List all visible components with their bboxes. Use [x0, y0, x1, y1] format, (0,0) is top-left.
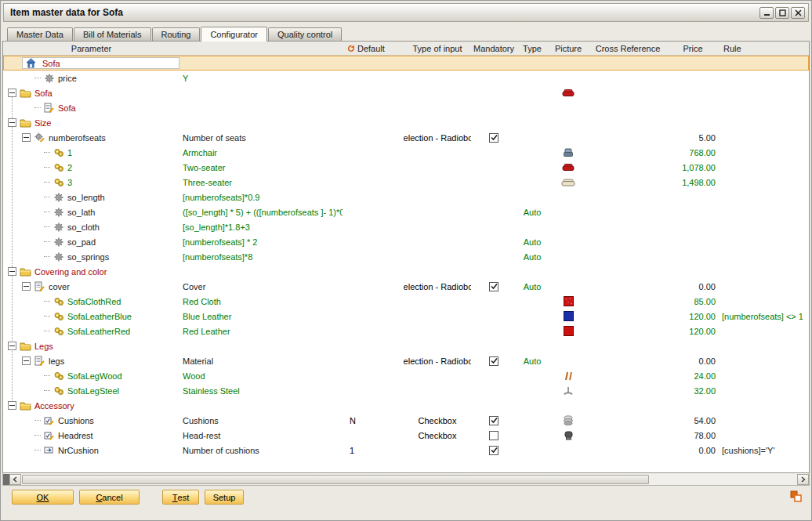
- table-row[interactable]: Sofa: [3, 85, 809, 100]
- scrollbar-thumb[interactable]: [22, 475, 649, 484]
- tab-bill-of-materials[interactable]: Bill of Materials: [74, 27, 151, 41]
- scroll-left-button[interactable]: [9, 474, 21, 485]
- mandatory-checkbox[interactable]: [489, 446, 498, 455]
- default-cell: [343, 219, 404, 234]
- mandatory-checkbox[interactable]: [489, 282, 498, 291]
- table-row[interactable]: Covering and color: [3, 264, 809, 279]
- table-row[interactable]: legsMaterialSelection - RadioboxAuto0.00: [3, 353, 809, 368]
- type-of-input-cell: [404, 234, 471, 249]
- table-row[interactable]: 1Armchair768.00: [3, 145, 809, 160]
- test-button[interactable]: Test: [162, 490, 199, 505]
- table-row[interactable]: Size: [3, 115, 809, 130]
- setup-button[interactable]: Setup: [205, 490, 244, 505]
- description-text: Number of cushions: [183, 446, 259, 455]
- scroll-right-button[interactable]: [797, 474, 809, 485]
- column-header-parameter[interactable]: Parameter: [3, 42, 179, 56]
- table-row[interactable]: coverCoverSelection - RadioboxAuto0.00: [3, 279, 809, 294]
- rule-cell: [719, 413, 804, 428]
- price-value: 1,078.00: [682, 163, 716, 172]
- type-of-input-cell: [404, 249, 471, 264]
- table-row[interactable]: so_springs[numberofseats]*8Auto: [3, 249, 809, 264]
- mandatory-checkbox[interactable]: [489, 356, 498, 366]
- gears-gold-icon: [52, 163, 65, 172]
- configurator-grid: ParameterDefaultType of inputMandatoryTy…: [2, 41, 810, 473]
- column-header-picture[interactable]: Picture: [548, 42, 589, 56]
- tab-master-data[interactable]: Master Data: [7, 27, 73, 41]
- tree-connector: [44, 241, 50, 242]
- parameter-name: so_cloth: [67, 223, 100, 232]
- horizontal-scrollbar[interactable]: [2, 473, 810, 486]
- type-cell: [517, 85, 548, 100]
- table-row[interactable]: so_length[numberofseats]*0.9: [3, 190, 809, 204]
- column-header-type_of_input[interactable]: Type of input: [404, 42, 471, 56]
- titlebar[interactable]: Item master data for Sofa: [3, 3, 809, 22]
- table-row[interactable]: CushionsCushionsNCheckbox54.00: [3, 413, 809, 428]
- mandatory-checkbox[interactable]: [489, 416, 498, 425]
- column-header-default[interactable]: Default: [343, 42, 404, 56]
- tab-routing[interactable]: Routing: [152, 27, 201, 41]
- table-row[interactable]: Legs: [3, 338, 809, 353]
- column-header-type[interactable]: Type: [517, 42, 548, 56]
- expand-toggle[interactable]: [8, 89, 16, 97]
- table-row[interactable]: Sofa: [3, 56, 809, 71]
- tab-configurator[interactable]: Configurator: [201, 27, 267, 42]
- cross-reference-cell: [589, 428, 667, 443]
- table-row[interactable]: SofaLeatherRedRed Leather120.00: [3, 324, 809, 338]
- type-cell: [517, 324, 548, 338]
- expand-toggle[interactable]: [8, 118, 16, 127]
- table-row[interactable]: SofaLegSteelStainless Steel32.00: [3, 383, 809, 398]
- description-cell: Cover: [179, 279, 343, 294]
- cross-reference-cell: [589, 190, 667, 204]
- table-row[interactable]: NrCushionNumber of cushions10.00[cushion…: [3, 443, 809, 458]
- type-of-input-value: Selection - Radiobox: [404, 133, 471, 143]
- expand-toggle[interactable]: [22, 282, 31, 291]
- parameter-name: so_pad: [67, 237, 96, 247]
- description-text: Red Cloth: [183, 297, 221, 306]
- expand-toggle[interactable]: [22, 133, 31, 142]
- table-row[interactable]: priceY: [3, 71, 809, 85]
- table-row[interactable]: HeadrestHead-restCheckbox78.00: [3, 428, 809, 443]
- tree-connector: [44, 331, 50, 331]
- table-row[interactable]: 3Three-seater1,498.00: [3, 175, 809, 190]
- table-row[interactable]: so_lath([so_length] * 5) + (([numberofse…: [3, 204, 809, 219]
- type-of-input-value: Selection - Radiobox: [404, 282, 471, 291]
- column-header-price[interactable]: Price: [667, 42, 719, 56]
- table-row[interactable]: so_cloth[so_length]*1.8+3: [3, 219, 809, 234]
- column-header-rule[interactable]: Rule: [719, 42, 804, 56]
- parameter-cell: numberofseats: [3, 130, 179, 145]
- expand-toggle[interactable]: [22, 356, 31, 365]
- expand-toggle[interactable]: [8, 401, 16, 410]
- mandatory-cell: [471, 71, 517, 85]
- mandatory-checkbox[interactable]: [489, 133, 498, 143]
- column-header-cross_reference[interactable]: Cross Reference: [589, 42, 667, 56]
- item-master-data-window: Item master data for Sofa Master DataBil…: [0, 0, 812, 521]
- page-edit-icon: [33, 281, 46, 291]
- form-settings-icon[interactable]: [790, 490, 802, 505]
- tab-quality-control[interactable]: Quality control: [268, 27, 342, 41]
- cancel-button[interactable]: Cancel: [79, 490, 140, 505]
- parameter-name: Cushions: [58, 416, 94, 425]
- column-header-description[interactable]: [179, 42, 343, 56]
- minimize-button[interactable]: [759, 7, 774, 19]
- table-row[interactable]: SofaLegWoodWood24.00: [3, 368, 809, 383]
- close-button[interactable]: [791, 7, 805, 19]
- type-cell: [517, 115, 548, 130]
- table-row[interactable]: Sofa: [3, 100, 809, 115]
- table-row[interactable]: numberofseatsNumber of seatsSelection - …: [3, 130, 809, 145]
- maximize-button[interactable]: [775, 7, 789, 19]
- gears-gold-icon: [52, 297, 65, 306]
- ok-button[interactable]: OK: [12, 490, 74, 505]
- default-cell: [343, 249, 404, 264]
- table-row[interactable]: SofaLeatherBlueBlue Leather120.00[number…: [3, 309, 809, 324]
- table-row[interactable]: SofaClothRedRed Cloth85.00: [3, 294, 809, 309]
- table-row[interactable]: so_pad[numberofseats] * 2Auto: [3, 234, 809, 249]
- parameter-name: Legs: [34, 342, 53, 351]
- mandatory-checkbox[interactable]: [489, 431, 498, 440]
- selected-row-editbox[interactable]: Sofa: [22, 57, 179, 69]
- table-row[interactable]: 2Two-seater1,078.00: [3, 160, 809, 175]
- expand-toggle[interactable]: [8, 342, 16, 350]
- table-row[interactable]: Accessory: [3, 398, 809, 413]
- column-header-mandatory[interactable]: Mandatory: [471, 42, 517, 56]
- rule-cell: [719, 71, 804, 85]
- expand-toggle[interactable]: [8, 267, 16, 276]
